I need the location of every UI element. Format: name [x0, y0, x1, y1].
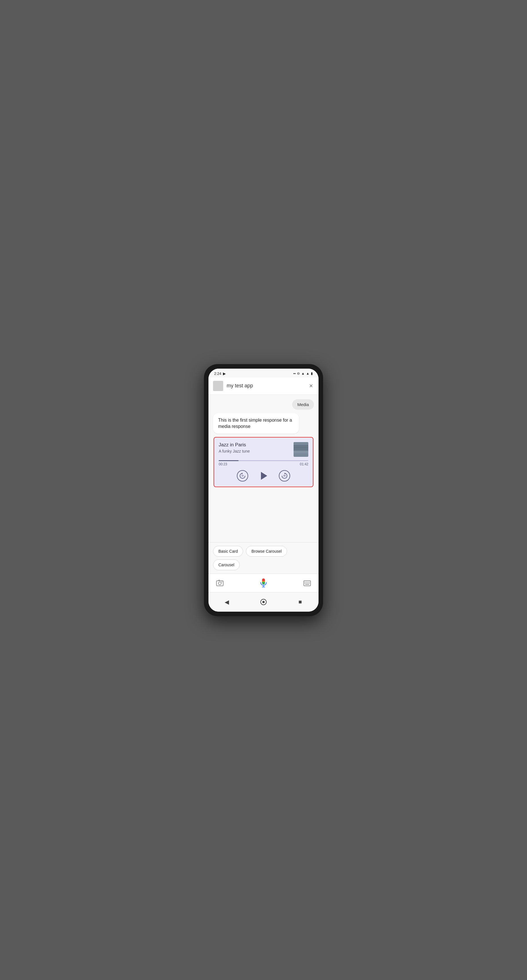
home-button[interactable]	[257, 596, 270, 608]
chip-basic-card[interactable]: Basic Card	[213, 546, 243, 557]
app-title: my test app	[227, 383, 308, 389]
svg-rect-18	[309, 582, 310, 582]
wifi-icon: ▲	[301, 371, 305, 375]
svg-text:10: 10	[241, 475, 244, 477]
app-header: my test app ×	[209, 377, 318, 395]
close-button[interactable]: ×	[308, 381, 314, 391]
progress-bar-fill	[219, 460, 239, 461]
google-mic-svg	[258, 578, 269, 588]
progress-bar-background	[219, 460, 308, 461]
camera-icon[interactable]	[214, 578, 226, 589]
chat-area: Media This is the first simple response …	[209, 395, 318, 542]
current-time: 00:23	[219, 462, 227, 466]
camera-svg	[216, 579, 224, 587]
forward-button[interactable]: 30	[279, 470, 290, 482]
progress-container[interactable]: 00:23 01:42	[219, 460, 308, 466]
media-title: Jazz in Paris	[219, 442, 294, 448]
back-button[interactable]: ◀	[221, 596, 233, 608]
keyboard-svg	[303, 579, 311, 587]
svg-rect-19	[305, 583, 306, 584]
rewind-icon: 10	[239, 472, 246, 479]
user-bubble: Media	[292, 399, 314, 410]
recents-button[interactable]: ■	[294, 596, 306, 608]
media-info: Jazz in Paris A funky Jazz tune	[219, 442, 294, 453]
svg-rect-23	[305, 584, 309, 585]
svg-marker-6	[241, 473, 242, 474]
svg-rect-1	[294, 445, 308, 450]
progress-times: 00:23 01:42	[219, 462, 308, 466]
battery-icon: ▮	[311, 371, 313, 375]
bot-message: This is the first simple response for a …	[213, 413, 299, 434]
svg-rect-16	[306, 582, 307, 582]
svg-rect-17	[307, 582, 308, 582]
signal-icon: ▲	[306, 371, 309, 375]
media-controls: 10 30	[219, 469, 308, 482]
svg-point-25	[263, 601, 264, 603]
play-status-icon: ▶	[223, 371, 226, 376]
svg-point-13	[221, 581, 222, 582]
media-thumb-image	[294, 442, 308, 457]
rewind-circle: 10	[237, 470, 248, 482]
donotdisturb-icon: ⊖	[297, 371, 300, 375]
thumbnail-svg	[294, 442, 308, 457]
bottom-input-bar	[209, 574, 318, 592]
media-thumbnail	[294, 442, 308, 457]
svg-rect-12	[218, 580, 220, 581]
phone-screen: 2:24 ▶ ▪▪ ⊖ ▲ ▲ ▮ my test app × Media	[209, 369, 318, 612]
keyboard-icon[interactable]	[301, 578, 313, 589]
app-icon	[213, 381, 223, 391]
status-right: ▪▪ ⊖ ▲ ▲ ▮	[293, 371, 313, 375]
svg-point-11	[218, 582, 221, 585]
recents-icon: ■	[298, 598, 302, 605]
svg-rect-10	[217, 581, 223, 586]
play-icon	[261, 472, 267, 480]
vibrate-icon: ▪▪	[293, 371, 296, 375]
svg-rect-15	[305, 582, 306, 582]
media-player-card[interactable]: Jazz in Paris A funky Jazz tune	[213, 437, 314, 487]
suggestion-chips: Basic Card Browse Carousel Carousel	[209, 542, 318, 574]
svg-rect-22	[309, 583, 310, 584]
bot-bubble: This is the first simple response for a …	[213, 413, 299, 434]
microphone-button[interactable]	[258, 578, 269, 588]
svg-rect-21	[307, 583, 308, 584]
forward-icon: 30	[281, 472, 288, 479]
user-message: Media	[292, 399, 314, 410]
time-display: 2:24	[214, 371, 221, 376]
rewind-button[interactable]: 10	[237, 470, 248, 482]
navigation-bar: ◀ ■	[209, 592, 318, 612]
status-left: 2:24 ▶	[214, 371, 226, 376]
phone-device: 2:24 ▶ ▪▪ ⊖ ▲ ▲ ▮ my test app × Media	[204, 364, 323, 616]
chip-carousel[interactable]: Carousel	[213, 560, 240, 570]
home-icon	[260, 598, 267, 605]
chip-browse-carousel[interactable]: Browse Carousel	[246, 546, 287, 557]
svg-rect-20	[306, 583, 307, 584]
media-card-header: Jazz in Paris A funky Jazz tune	[219, 442, 308, 457]
media-subtitle: A funky Jazz tune	[219, 449, 294, 453]
status-bar: 2:24 ▶ ▪▪ ⊖ ▲ ▲ ▮	[209, 369, 318, 377]
back-icon: ◀	[224, 598, 229, 605]
play-button[interactable]	[257, 469, 270, 482]
total-time: 01:42	[300, 462, 308, 466]
svg-marker-8	[285, 473, 286, 474]
forward-circle: 30	[279, 470, 290, 482]
svg-text:30: 30	[283, 475, 286, 477]
